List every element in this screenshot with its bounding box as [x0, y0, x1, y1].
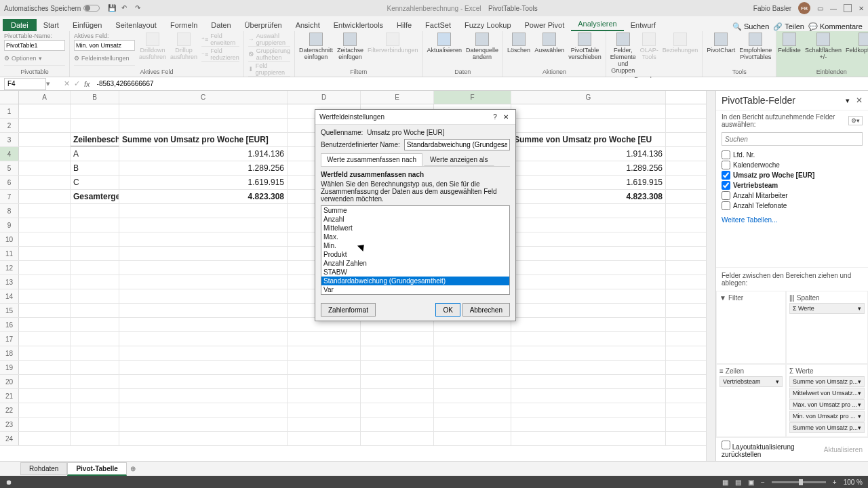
number-format-button[interactable]: Zahlenformat: [321, 303, 376, 317]
field-checkbox[interactable]: Anzahl Telefonate: [722, 201, 863, 211]
fields-items-button[interactable]: Felder, Elemente und Gruppen: [610, 33, 636, 75]
save-icon[interactable]: 💾: [108, 4, 116, 12]
zoom-out-icon[interactable]: −: [761, 479, 765, 486]
zoom-slider[interactable]: [772, 481, 826, 483]
user-avatar[interactable]: FB: [798, 2, 810, 14]
add-sheet-icon[interactable]: ⊕: [127, 465, 139, 472]
calc-type-item[interactable]: Max.: [321, 232, 509, 241]
tab-help[interactable]: Hilfe: [390, 19, 418, 31]
tab-analyze[interactable]: Analysieren: [571, 18, 623, 31]
slicer-button[interactable]: Datenschnitt einfügen: [299, 33, 333, 61]
area-item[interactable]: Vertriebsteam▾: [719, 376, 783, 387]
col-F[interactable]: F: [434, 91, 511, 104]
redo-icon[interactable]: ↷: [135, 4, 143, 12]
change-source-button[interactable]: Datenquelle ändern: [466, 33, 498, 61]
col-B[interactable]: B: [71, 91, 119, 104]
tab-design[interactable]: Entwurf: [624, 19, 663, 31]
share-button[interactable]: 🔗 Teilen: [773, 22, 804, 31]
defer-checkbox[interactable]: Layoutaktualisierung zurückstellen: [722, 441, 824, 458]
tab-insert[interactable]: Einfügen: [66, 19, 108, 31]
calc-type-item[interactable]: Mittelwert: [321, 224, 509, 232]
calc-type-item[interactable]: Produkt: [321, 250, 509, 259]
page-break-icon[interactable]: ▣: [748, 479, 754, 486]
sheet-tab-pivot[interactable]: Pivot-Tabelle: [67, 462, 127, 476]
vertical-scrollbar[interactable]: [706, 91, 715, 461]
area-item[interactable]: Summe von Umsatz p...▾: [789, 422, 865, 433]
dialog-tab-summarize[interactable]: Werte zusammenfassen nach: [321, 153, 422, 166]
area-columns[interactable]: |||Spalten Σ Werte▾: [786, 291, 868, 364]
calc-type-item[interactable]: Standardabweichung (Grundgesamtheit): [321, 277, 509, 285]
pivotchart-button[interactable]: PivotChart: [707, 33, 735, 54]
recommended-button[interactable]: Empfohlene PivotTables: [739, 33, 772, 61]
calc-type-item[interactable]: Varianz (Grundgesamtheit): [321, 294, 509, 295]
minimize-icon[interactable]: —: [830, 5, 837, 12]
fieldpane-gear-icon[interactable]: ⚙▾: [848, 116, 863, 125]
calc-type-item[interactable]: Summe: [321, 206, 509, 215]
col-E[interactable]: E: [361, 91, 434, 104]
clear-button[interactable]: Löschen: [507, 33, 530, 54]
options-button[interactable]: Optionen: [12, 55, 37, 62]
tab-developer[interactable]: Entwicklertools: [327, 19, 390, 31]
cancel-button[interactable]: Abbrechen: [462, 303, 510, 317]
dialog-tab-showas[interactable]: Werte anzeigen als: [424, 153, 494, 166]
col-G[interactable]: G: [511, 91, 666, 104]
timeline-button[interactable]: Zeitachse einfügen: [337, 33, 363, 61]
area-filter[interactable]: ▼Filter: [716, 291, 786, 364]
area-values[interactable]: ΣWerte Summe von Umsatz p...▾Mittelwert …: [786, 364, 868, 437]
ok-button[interactable]: OK: [435, 303, 460, 317]
page-layout-icon[interactable]: ▤: [735, 479, 741, 486]
tab-review[interactable]: Überprüfen: [238, 19, 289, 31]
dialog-help-icon[interactable]: ?: [490, 113, 500, 121]
autosave-toggle[interactable]: [83, 5, 100, 12]
update-button[interactable]: Aktualisieren: [824, 446, 863, 453]
col-D[interactable]: D: [288, 91, 361, 104]
move-button[interactable]: PivotTable verschieben: [568, 33, 601, 61]
sheet-tab-rohdaten[interactable]: Rohdaten: [20, 462, 67, 475]
area-item[interactable]: Σ Werte▾: [789, 303, 865, 314]
refresh-button[interactable]: Aktualisieren: [427, 33, 462, 54]
area-item[interactable]: Summe von Umsatz p...▾: [789, 376, 865, 387]
tab-fuzzy[interactable]: Fuzzy Lookup: [458, 19, 517, 31]
fieldlist-button[interactable]: Feldliste: [778, 33, 801, 54]
calc-type-item[interactable]: Anzahl: [321, 215, 509, 224]
more-tables-link[interactable]: Weitere Tabellen...: [716, 214, 868, 226]
calc-type-item[interactable]: Var: [321, 285, 509, 294]
headers-button[interactable]: Feldkopfzeilen: [846, 33, 868, 54]
tab-factset[interactable]: FactSet: [418, 19, 458, 31]
field-checkbox[interactable]: Vertriebsteam: [722, 180, 863, 190]
tab-powerpivot[interactable]: Power Pivot: [518, 19, 572, 31]
calc-type-item[interactable]: Min.: [321, 241, 509, 250]
tab-data[interactable]: Daten: [204, 19, 237, 31]
active-field-input[interactable]: [74, 40, 135, 51]
area-item[interactable]: Mittelwert von Umsatz...▾: [789, 388, 865, 399]
custom-name-input[interactable]: [404, 139, 510, 150]
calc-type-item[interactable]: STABW: [321, 268, 509, 277]
area-item[interactable]: Min. von Umsatz pro ...▾: [789, 411, 865, 422]
comments-button[interactable]: 💬 Kommentare: [808, 22, 863, 31]
tab-view[interactable]: Ansicht: [289, 19, 327, 31]
calc-type-item[interactable]: Anzahl Zahlen: [321, 259, 509, 268]
ribbon-display-icon[interactable]: ▭: [817, 5, 823, 12]
undo-icon[interactable]: ↶: [121, 4, 130, 12]
buttons-button[interactable]: Schaltflächen +/-: [805, 33, 842, 61]
field-checkbox[interactable]: Anzahl Mitarbeiter: [722, 190, 863, 201]
fieldpane-search-input[interactable]: [722, 132, 863, 146]
area-rows[interactable]: ≡Zeilen Vertriebsteam▾: [716, 364, 786, 437]
search-label[interactable]: 🔍 Suchen: [732, 22, 769, 31]
pt-name-input[interactable]: [4, 40, 65, 51]
tab-formulas[interactable]: Formeln: [163, 19, 204, 31]
fieldpane-close-icon[interactable]: ✕: [856, 96, 863, 105]
col-C[interactable]: C: [119, 91, 288, 104]
field-checkbox[interactable]: Umsatz pro Woche [EUR]: [722, 170, 863, 180]
field-checkbox[interactable]: Lfd. Nr.: [722, 150, 863, 160]
tab-start[interactable]: Start: [37, 19, 66, 31]
dialog-close-icon[interactable]: ✕: [500, 113, 511, 121]
namebox-dropdown-icon[interactable]: ▾: [46, 79, 50, 88]
normal-view-icon[interactable]: ▦: [722, 479, 728, 486]
fieldpane-dropdown-icon[interactable]: ▾: [846, 96, 850, 104]
close-icon[interactable]: ✕: [859, 5, 864, 12]
file-tab[interactable]: Datei: [3, 19, 37, 31]
record-macro-icon[interactable]: ⏺: [5, 479, 12, 486]
field-checkbox[interactable]: Kalenderwoche: [722, 160, 863, 170]
maximize-icon[interactable]: [844, 4, 852, 12]
